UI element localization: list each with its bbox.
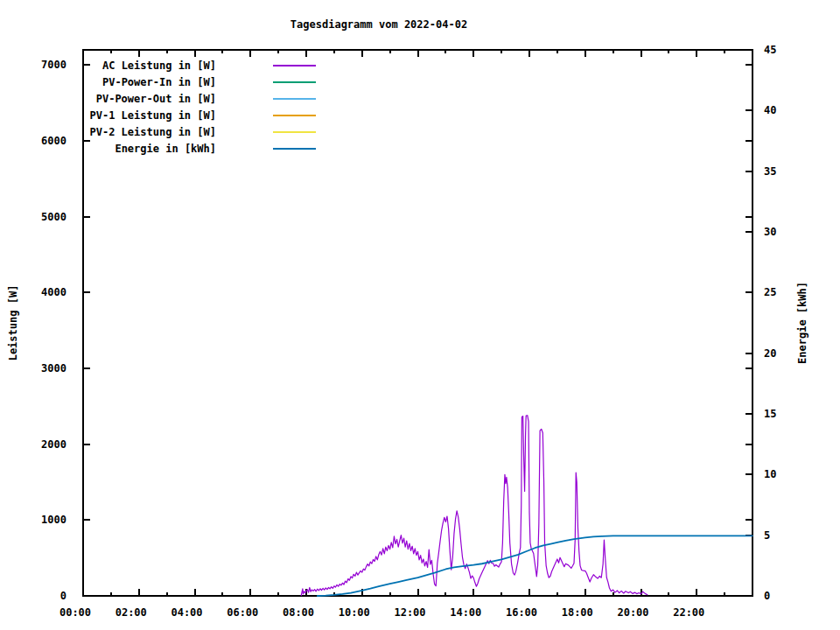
legend: AC Leistung in [W]PV-Power-In in [W]PV-P… [83,57,316,157]
y-tick-label: 7000 [41,59,66,71]
x-tick-label: 22:00 [673,606,704,619]
chart-title: Tagesdiagramm vom 2022-04-02 [290,18,467,31]
legend-label: AC Leistung in [W] [83,60,216,72]
legend-line-sample [273,98,316,100]
legend-item: Energie in [kWh] [83,140,316,157]
y2-tick-label: 5 [764,529,770,542]
y2-tick-label: 25 [764,286,776,298]
legend-label: Energie in [kWh] [83,143,216,155]
y-tick-label: 2000 [41,438,66,451]
x-tick-label: 18:00 [562,606,593,619]
y2-tick-label: 40 [764,104,776,116]
legend-line-sample [273,81,316,83]
legend-label: PV-Power-In in [W] [83,76,216,88]
legend-item: PV-2 Leistung in [W] [83,123,316,140]
x-tick-label: 16:00 [506,606,537,619]
legend-line-sample [273,148,316,150]
y2-tick-label: 0 [764,590,770,602]
legend-item: AC Leistung in [W] [83,57,316,74]
x-tick-label: 02:00 [116,606,147,619]
y2-tick-label: 30 [764,226,776,238]
x-tick-label: 10:00 [339,606,370,619]
legend-item: PV-Power-Out in [W] [83,90,316,107]
x-tick-label: 08:00 [283,606,314,619]
legend-item: PV-1 Leistung in [W] [83,107,316,123]
x-tick-label: 14:00 [450,606,481,619]
y2-tick-label: 15 [764,408,776,420]
legend-label: PV-2 Leistung in [W] [83,126,216,138]
x-tick-label: 00:00 [60,606,91,619]
y-tick-label: 3000 [41,362,66,374]
y2-tick-label: 45 [764,44,776,56]
legend-label: PV-Power-Out in [W] [83,93,216,105]
y-tick-label: 5000 [41,211,66,223]
chart-canvas: 00:0002:0004:0006:0008:0010:0012:0014:00… [0,0,840,630]
y2-tick-label: 20 [764,347,776,360]
y-tick-label: 1000 [41,514,66,526]
legend-line-sample [273,115,316,116]
y2-tick-label: 10 [764,468,776,480]
legend-item: PV-Power-In in [W] [83,74,316,90]
legend-label: PV-1 Leistung in [W] [83,109,216,122]
x-tick-label: 20:00 [617,606,648,619]
legend-line-sample [273,65,316,66]
y2-axis-title: Energie [kWh] [796,282,808,364]
x-tick-label: 06:00 [227,606,258,619]
y-tick-label: 0 [60,590,66,602]
y-tick-label: 4000 [41,286,66,298]
x-tick-label: 04:00 [171,606,202,619]
series-ac-leistung-in-w [301,416,648,596]
y-axis-title: Leistung [W] [7,285,19,361]
legend-line-sample [273,131,316,133]
y2-tick-label: 35 [764,165,776,178]
y-tick-label: 6000 [41,135,66,147]
x-tick-label: 12:00 [394,606,425,619]
